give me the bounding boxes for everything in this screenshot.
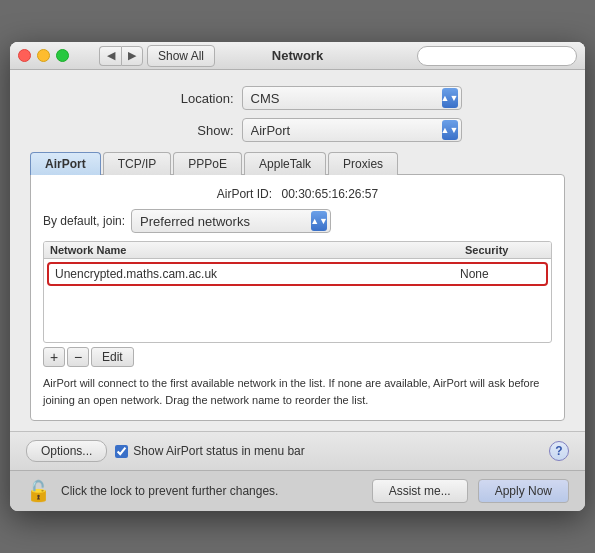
maximize-button[interactable] [56,49,69,62]
bottom-bar: Options... Show AirPort status in menu b… [10,431,585,470]
help-text: AirPort will connect to the first availa… [43,375,552,408]
network-table: Network Name Security Unencrypted.maths.… [43,241,552,343]
table-actions: + − Edit [43,347,552,367]
network-name: Unencrypted.maths.cam.ac.uk [55,267,460,281]
apply-now-button[interactable]: Apply Now [478,479,569,503]
location-select-wrapper: CMS ▲▼ [242,86,462,110]
airport-status-checkbox[interactable] [115,445,128,458]
forward-button[interactable]: ▶ [121,46,143,66]
traffic-lights [18,49,69,62]
lock-text: Click the lock to prevent further change… [61,484,362,498]
options-button[interactable]: Options... [26,440,107,462]
tab-pppoe[interactable]: PPPoE [173,152,242,175]
airport-id-value: 00:30:65:16:26:57 [281,187,378,201]
search-wrapper: 🔍 [417,46,577,66]
col-name-header: Network Name [50,244,465,256]
table-body: Unencrypted.maths.cam.ac.uk None [44,262,551,342]
col-security-header: Security [465,244,545,256]
join-select-wrapper: Preferred networks ▲▼ [131,209,331,233]
location-label: Location: [134,91,234,106]
network-window: ◀ ▶ Show All Network 🔍 Location: CMS ▲▼ … [10,42,585,511]
show-row: Show: AirPort ▲▼ [30,118,565,142]
lock-icon[interactable]: 🔓 [26,479,51,503]
airport-id-label: AirPort ID: [217,187,272,201]
edit-network-button[interactable]: Edit [91,347,134,367]
minimize-button[interactable] [37,49,50,62]
show-select[interactable]: AirPort [242,118,462,142]
close-button[interactable] [18,49,31,62]
table-row[interactable]: Unencrypted.maths.cam.ac.uk None [47,262,548,286]
location-select[interactable]: CMS [242,86,462,110]
back-button[interactable]: ◀ [99,46,121,66]
tab-tcpip[interactable]: TCP/IP [103,152,172,175]
tab-airport[interactable]: AirPort [30,152,101,175]
help-button[interactable]: ? [549,441,569,461]
search-input[interactable] [417,46,577,66]
remove-network-button[interactable]: − [67,347,89,367]
titlebar: ◀ ▶ Show All Network 🔍 [10,42,585,70]
table-header: Network Name Security [44,242,551,259]
show-select-wrapper: AirPort ▲▼ [242,118,462,142]
add-network-button[interactable]: + [43,347,65,367]
footer: 🔓 Click the lock to prevent further chan… [10,470,585,511]
network-security: None [460,267,540,281]
show-all-button[interactable]: Show All [147,45,215,67]
join-row: By default, join: Preferred networks ▲▼ [43,209,552,233]
join-label: By default, join: [43,214,125,228]
tabs: AirPort TCP/IP PPPoE AppleTalk Proxies [30,152,565,175]
main-content: Location: CMS ▲▼ Show: AirPort ▲▼ AirPor… [10,70,585,470]
airport-id-row: AirPort ID: 00:30:65:16:26:57 [43,187,552,201]
nav-button-group: ◀ ▶ [99,46,143,66]
tabs-container: AirPort TCP/IP PPPoE AppleTalk Proxies A… [30,152,565,421]
window-title: Network [272,48,323,63]
join-select[interactable]: Preferred networks [131,209,331,233]
airport-tab-content: AirPort ID: 00:30:65:16:26:57 By default… [30,174,565,421]
tab-proxies[interactable]: Proxies [328,152,398,175]
tab-appletalk[interactable]: AppleTalk [244,152,326,175]
location-row: Location: CMS ▲▼ [30,86,565,110]
show-label: Show: [134,123,234,138]
airport-status-label[interactable]: Show AirPort status in menu bar [115,444,304,458]
assist-button[interactable]: Assist me... [372,479,468,503]
